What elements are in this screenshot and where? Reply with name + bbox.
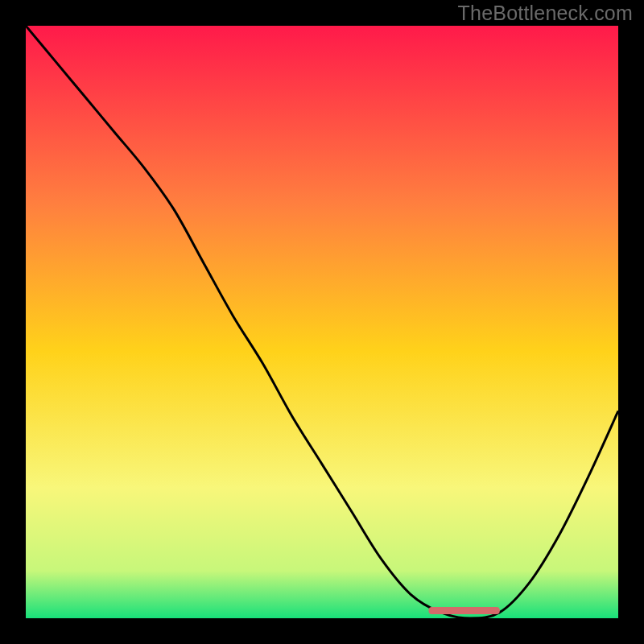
- bottleneck-chart: [0, 0, 644, 644]
- plot-background: [26, 26, 618, 618]
- chart-stage: TheBottleneck.com: [0, 0, 644, 644]
- optimal-range-marker: [428, 607, 499, 614]
- watermark-text: TheBottleneck.com: [458, 2, 633, 25]
